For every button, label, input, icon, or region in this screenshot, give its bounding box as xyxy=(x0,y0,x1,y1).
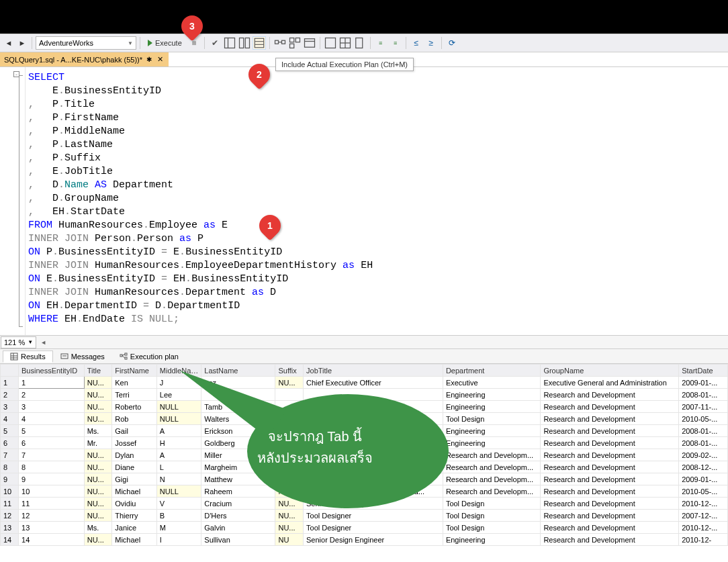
toolbar: ◄ ► AdventureWorks ▼ Execute ■ ✔ ≡ ≡ ≤ ≥… xyxy=(0,34,728,52)
svg-rect-19 xyxy=(356,38,363,48)
svg-rect-2 xyxy=(239,38,243,48)
svg-rect-15 xyxy=(325,38,335,48)
forward-icon[interactable]: ► xyxy=(16,37,28,49)
results-to-text-button[interactable] xyxy=(324,36,337,50)
column-header[interactable]: Department xyxy=(443,365,541,377)
results-to-file-button[interactable] xyxy=(353,36,367,50)
messages-icon xyxy=(60,353,69,361)
svg-line-30 xyxy=(122,355,125,358)
document-tab[interactable]: SQLQuery1.sql - A...KE-NUC\phakk (55))* … xyxy=(0,52,169,66)
include-actual-plan-button[interactable] xyxy=(253,36,266,50)
play-icon xyxy=(148,40,152,46)
tab-messages[interactable]: Messages xyxy=(53,350,112,363)
results-to-grid-button[interactable] xyxy=(338,36,352,50)
svg-rect-3 xyxy=(245,38,249,48)
svg-rect-4 xyxy=(255,38,264,48)
sql-editor[interactable]: SELECT E.BusinessEntityID , P.Title , P.… xyxy=(26,67,728,335)
svg-line-29 xyxy=(122,354,125,355)
svg-rect-12 xyxy=(289,44,293,48)
back-icon[interactable]: ◄ xyxy=(3,37,15,49)
editor-gutter: - xyxy=(0,67,26,335)
decrease-indent-button[interactable]: ≤ xyxy=(410,36,423,50)
svg-rect-27 xyxy=(125,353,127,355)
grid-icon xyxy=(10,353,18,361)
menubar-blackout xyxy=(0,0,728,34)
column-header[interactable]: StartDate xyxy=(679,365,728,377)
svg-rect-10 xyxy=(289,38,293,42)
column-header[interactable]: Title xyxy=(84,365,112,377)
uncomment-button[interactable]: ≡ xyxy=(389,36,402,50)
column-header[interactable] xyxy=(1,365,19,377)
close-tab-button[interactable]: ✕ xyxy=(156,55,165,64)
svg-rect-26 xyxy=(120,355,122,357)
execute-button[interactable]: Execute xyxy=(144,36,186,50)
table-row[interactable]: 1414NU...MichaelISullivanNUSenior Design… xyxy=(1,534,728,546)
table-row[interactable]: 1313Ms.JaniceMGalvinNU...Tool DesignerTo… xyxy=(1,522,728,534)
comment-button[interactable]: ≡ xyxy=(374,36,388,50)
callout-line1: จะปรากฎ Tab นี้ xyxy=(180,426,450,447)
fold-toggle[interactable]: - xyxy=(13,71,19,77)
svg-rect-8 xyxy=(281,40,285,44)
callout-line2: หลังประมวลผลเสร็จ xyxy=(180,447,450,469)
plan-icon xyxy=(120,353,128,361)
svg-rect-13 xyxy=(304,39,314,48)
svg-rect-28 xyxy=(125,357,127,359)
zoom-row: 121 %▼ ◄ xyxy=(0,336,728,349)
results-tabstrip: Results Messages Execution plan xyxy=(0,349,728,364)
query-options-button[interactable] xyxy=(238,36,251,50)
svg-rect-7 xyxy=(275,40,278,44)
column-header[interactable]: FirstName xyxy=(112,365,157,377)
svg-rect-20 xyxy=(11,353,17,360)
display-estimated-plan-button[interactable] xyxy=(223,36,236,50)
live-stats-button[interactable] xyxy=(273,36,287,50)
tooltip-execution-plan: Include Actual Execution Plan (Ctrl+M) xyxy=(275,58,414,71)
unsaved-indicator: ✱ xyxy=(146,56,152,63)
zoom-select[interactable]: 121 %▼ xyxy=(1,336,36,348)
svg-rect-11 xyxy=(295,38,300,42)
callout-execution-plan-tab: จะปรากฎ Tab นี้ หลังประมวลผลเสร็จ xyxy=(180,371,450,512)
database-select[interactable]: AdventureWorks ▼ xyxy=(36,36,136,50)
column-header[interactable]: BusinessEntityID xyxy=(19,365,85,377)
specify-values-button[interactable]: ⟳ xyxy=(445,36,459,50)
column-header[interactable]: GroupName xyxy=(541,365,679,377)
parse-button[interactable]: ✔ xyxy=(208,36,222,50)
tab-execution-plan[interactable]: Execution plan xyxy=(112,350,186,363)
client-stats-button[interactable] xyxy=(288,36,302,50)
svg-rect-0 xyxy=(224,38,234,48)
tab-results[interactable]: Results xyxy=(3,350,53,363)
chevron-down-icon: ▼ xyxy=(128,40,133,46)
increase-indent-button[interactable]: ≥ xyxy=(424,36,438,50)
sql-editor-wrap: - SELECT E.BusinessEntityID , P.Title , … xyxy=(0,67,728,336)
sqlcmd-button[interactable] xyxy=(303,36,316,50)
